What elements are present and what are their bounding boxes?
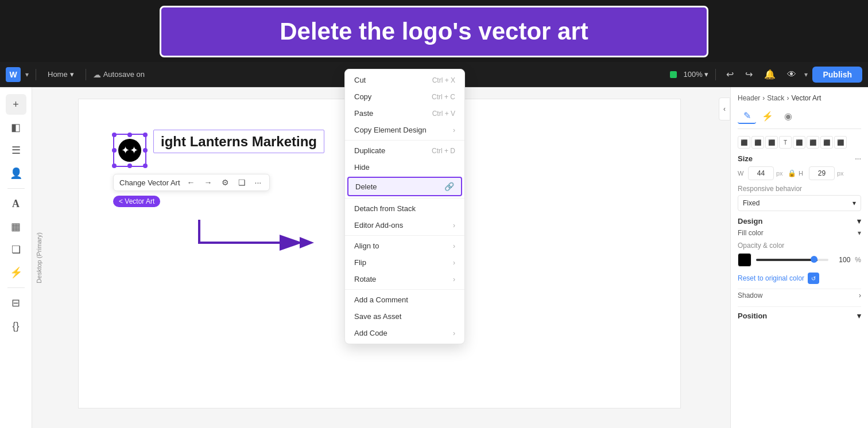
vector-art-badge[interactable]: < Vector Art [113,196,160,207]
width-input[interactable] [748,166,774,180]
menu-cut[interactable]: Cut Ctrl + X [345,72,464,88]
menu-hide[interactable]: Hide [345,159,464,176]
company-name-text: ight Lanterns Marketing [153,130,324,153]
menu-copy-design[interactable]: Copy Element Design › [345,122,464,138]
position-section[interactable]: Position ▾ [738,306,861,320]
sidebar-item-text[interactable]: A [6,193,26,214]
menu-save-asset[interactable]: Save as Asset [345,308,464,325]
right-panel: Header › Stack › Vector Art ✎ ⚡ ◉ ⬛ ⬛ ⬛ … [730,87,868,428]
align-arrow: › [453,242,455,250]
next-button[interactable]: → [202,177,215,188]
duplicate-toolbar-button[interactable]: ❏ [236,177,248,188]
app-logo[interactable]: W [6,67,21,82]
logo-selected-element[interactable]: ✦ [113,134,146,167]
resize-handle-bm[interactable] [127,164,132,168]
menu-detach[interactable]: Detach from Stack [345,200,464,217]
responsive-chevron: ▾ [852,199,856,207]
align-bottom[interactable]: ⬛ [807,136,819,149]
resize-handle-tm[interactable] [127,133,132,137]
resize-handle-mr[interactable] [143,148,148,153]
copy-design-arrow: › [453,126,455,134]
menu-delete[interactable]: Delete 🔗 [347,177,462,196]
prev-button[interactable]: ← [185,177,197,188]
responsive-select[interactable]: Fixed ▾ [738,195,861,211]
sidebar-item-cms[interactable]: 👤 [6,163,26,184]
opacity-slider[interactable] [756,259,828,261]
zoom-level[interactable]: 100% ▾ [684,70,709,79]
shadow-row[interactable]: Shadow › [738,289,861,302]
menu-cut-label: Cut [354,76,366,84]
resize-handle-tr[interactable] [143,133,148,137]
breadcrumb-vector-art[interactable]: Vector Art [791,94,821,102]
menu-rotate[interactable]: Rotate › [345,271,464,287]
resize-handle-tl[interactable] [112,133,117,137]
shadow-label: Shadow [738,291,762,299]
menu-align[interactable]: Align to › [345,238,464,254]
menu-flip[interactable]: Flip › [345,254,464,271]
resize-handle-bl[interactable] [112,164,117,168]
menu-editor-addons-label: Editor Add-ons [354,221,403,229]
tab-style[interactable]: ✎ [738,108,756,124]
menu-add-code[interactable]: Add Code › [345,325,464,341]
fill-color-chevron[interactable]: ▾ [858,229,861,237]
size-more-btn[interactable]: ··· [855,154,861,163]
logo-inner: ✦ [118,139,141,162]
align-center-h[interactable]: ⬛ [751,136,764,149]
distribute-h[interactable]: ⬛ [820,136,833,149]
align-middle[interactable]: ⬛ [793,136,805,149]
publish-button[interactable]: Publish [812,67,862,83]
menu-editor-addons[interactable]: Editor Add-ons › [345,217,464,234]
collapse-panel-button[interactable]: ‹ [719,98,730,120]
preview-button[interactable]: 👁 [784,67,800,82]
align-right[interactable]: ⬛ [765,136,778,149]
menu-paste[interactable]: Paste Ctrl + V [345,105,464,122]
reset-color-link[interactable]: Reset to original color [738,274,804,282]
instruction-title: Delete the logo's vector art [179,18,689,45]
notifications-button[interactable]: 🔔 [761,67,779,82]
menu-duplicate[interactable]: Duplicate Ctrl + D [345,142,464,159]
cloud-icon: ☁ [93,70,101,79]
alignment-row: ⬛ ⬛ ⬛ T ⬛ ⬛ ⬛ ⬛ [738,136,861,149]
align-left[interactable]: ⬛ [738,136,750,149]
width-unit: px [776,170,785,177]
sidebar-item-layers[interactable]: ◧ [6,117,26,138]
undo-button[interactable]: ↩ [723,67,737,82]
menu-divider-2 [345,198,464,199]
reset-color-button[interactable]: ↺ [808,273,819,284]
tab-interact[interactable]: ⚡ [758,108,777,124]
sidebar-item-table[interactable]: ⊟ [6,293,26,313]
sidebar-item-interactions[interactable]: ⚡ [6,262,26,283]
menu-paste-shortcut: Ctrl + V [432,110,455,118]
eye-chevron[interactable]: ▾ [804,71,808,79]
fill-color-row: Fill color ▾ [738,229,861,237]
sidebar-item-code[interactable]: {} [6,316,26,336]
sidebar-item-add[interactable]: + [6,94,26,115]
logo-chevron[interactable]: ▾ [25,71,29,79]
home-button[interactable]: Home ▾ [43,68,79,81]
menu-add-comment[interactable]: Add a Comment [345,291,464,308]
more-button[interactable]: ··· [253,177,264,188]
autosave-label: Autosave on [103,70,145,79]
size-row: W px 🔒 H px [738,166,861,180]
tab-visibility[interactable]: ◉ [779,108,797,124]
resize-handle-br[interactable] [143,164,148,168]
breadcrumb-stack[interactable]: Stack [767,94,784,102]
sidebar-item-media[interactable]: ▦ [6,216,26,237]
design-header[interactable]: Design ▾ [738,217,861,225]
sidebar-item-pages[interactable]: ☰ [6,140,26,161]
menu-copy[interactable]: Copy Ctrl + C [345,88,464,105]
breadcrumb-header[interactable]: Header [738,94,760,102]
settings-button[interactable]: ⚙ [219,177,231,188]
color-swatch[interactable] [738,253,751,267]
logo-container[interactable]: ✦ [113,134,146,167]
redo-button[interactable]: ↪ [742,67,756,82]
shadow-arrow: › [859,291,861,299]
lock-icon[interactable]: 🔒 [788,169,796,177]
height-input[interactable] [809,166,835,180]
align-top[interactable]: T [779,136,792,149]
breadcrumb: Header › Stack › Vector Art [738,94,861,102]
menu-divider-1 [345,140,464,141]
distribute-v[interactable]: ⬛ [834,136,847,149]
sidebar-item-components[interactable]: ❏ [6,239,26,260]
resize-handle-ml[interactable] [112,148,117,153]
